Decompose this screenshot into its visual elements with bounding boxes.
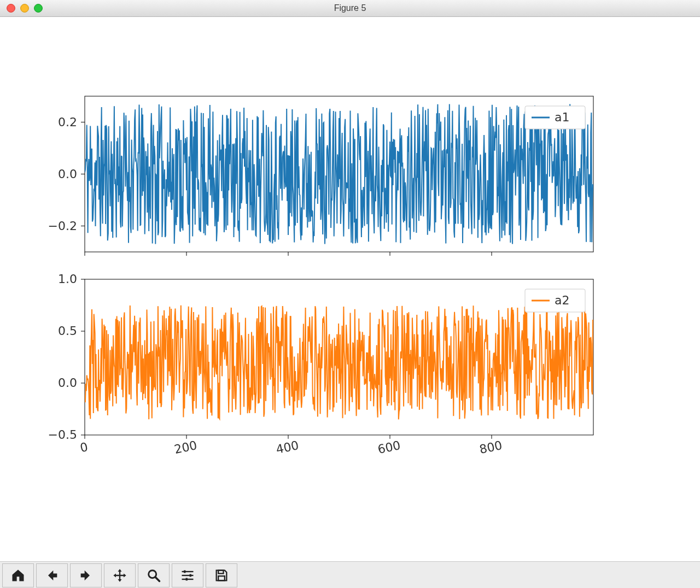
save-icon bbox=[214, 568, 229, 583]
window-controls bbox=[7, 4, 43, 13]
legend: a2 bbox=[525, 289, 585, 312]
legend-label: a2 bbox=[555, 293, 569, 307]
save-button[interactable] bbox=[206, 563, 237, 587]
svg-rect-45 bbox=[218, 571, 223, 574]
svg-line-38 bbox=[156, 578, 160, 581]
series-a2 bbox=[85, 305, 593, 420]
matplotlib-toolbar bbox=[0, 561, 700, 588]
series-a1 bbox=[85, 104, 593, 244]
svg-text:0.5: 0.5 bbox=[58, 324, 77, 338]
svg-text:−0.2: −0.2 bbox=[48, 219, 77, 233]
svg-text:600: 600 bbox=[376, 438, 401, 456]
arrow-left-icon bbox=[44, 568, 60, 583]
forward-button[interactable] bbox=[70, 563, 102, 587]
zoom-window-icon[interactable] bbox=[34, 4, 43, 13]
svg-text:0.0: 0.0 bbox=[58, 376, 77, 390]
window-title: Figure 5 bbox=[0, 3, 700, 13]
pan-button[interactable] bbox=[104, 563, 136, 587]
axes-1: −0.50.00.51.00200400600800a2 bbox=[48, 272, 593, 456]
svg-text:200: 200 bbox=[173, 438, 198, 456]
svg-text:−0.5: −0.5 bbox=[48, 428, 77, 442]
svg-text:0: 0 bbox=[79, 440, 89, 455]
legend: a1 bbox=[525, 106, 585, 129]
minimize-icon[interactable] bbox=[20, 4, 29, 13]
figure-canvas[interactable]: −0.20.00.2a1−0.50.00.51.00200400600800a2 bbox=[0, 17, 700, 561]
titlebar: Figure 5 bbox=[0, 0, 700, 17]
arrow-right-icon bbox=[78, 568, 94, 583]
home-icon bbox=[10, 568, 26, 583]
svg-text:1.0: 1.0 bbox=[58, 272, 77, 286]
zoom-button[interactable] bbox=[138, 563, 170, 587]
back-button[interactable] bbox=[36, 563, 68, 587]
move-icon bbox=[112, 568, 127, 583]
svg-text:800: 800 bbox=[478, 438, 503, 456]
axes-0: −0.20.00.2a1 bbox=[48, 96, 593, 256]
close-icon[interactable] bbox=[7, 4, 15, 13]
legend-label: a1 bbox=[555, 110, 569, 124]
sliders-icon bbox=[180, 568, 195, 583]
svg-text:0.0: 0.0 bbox=[58, 167, 77, 181]
configure-subplots-button[interactable] bbox=[172, 563, 203, 587]
svg-text:0.2: 0.2 bbox=[58, 115, 77, 129]
search-icon bbox=[146, 568, 161, 583]
svg-rect-42 bbox=[184, 571, 186, 573]
home-button[interactable] bbox=[2, 563, 34, 587]
svg-rect-44 bbox=[186, 578, 188, 581]
svg-text:400: 400 bbox=[275, 438, 300, 456]
svg-rect-46 bbox=[218, 576, 225, 580]
svg-rect-43 bbox=[190, 574, 192, 577]
figure-window: Figure 5 −0.20.00.2a1−0.50.00.51.0020040… bbox=[0, 0, 700, 588]
